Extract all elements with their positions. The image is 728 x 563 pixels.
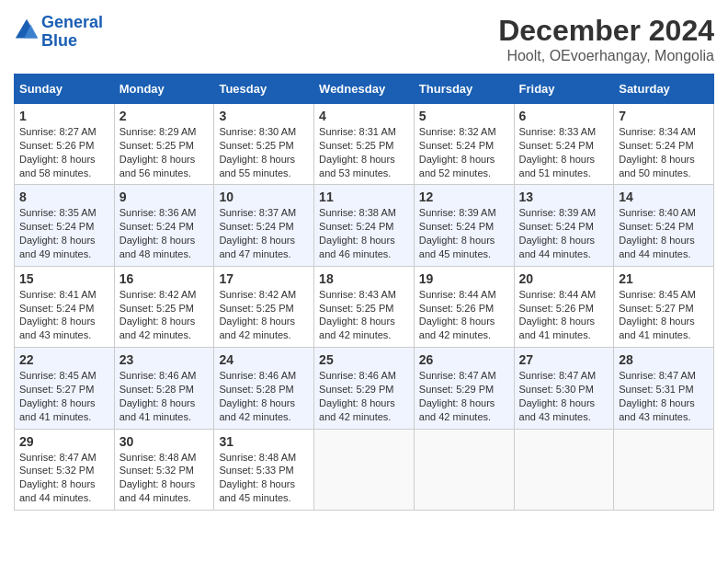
day-number: 22 [19, 352, 109, 367]
calendar-week-row: 8 Sunrise: 8:35 AM Sunset: 5:24 PM Dayli… [15, 185, 714, 266]
day-number: 23 [119, 352, 210, 367]
day-info: Sunrise: 8:47 AM Sunset: 5:29 PM Dayligh… [419, 369, 509, 423]
day-info: Sunrise: 8:31 AM Sunset: 5:25 PM Dayligh… [319, 125, 409, 179]
table-row: 11 Sunrise: 8:38 AM Sunset: 5:24 PM Dayl… [314, 185, 415, 266]
day-number: 17 [219, 271, 309, 286]
day-info: Sunrise: 8:46 AM Sunset: 5:28 PM Dayligh… [219, 369, 309, 423]
day-info: Sunrise: 8:45 AM Sunset: 5:27 PM Dayligh… [619, 288, 709, 342]
table-row: 3 Sunrise: 8:30 AM Sunset: 5:25 PM Dayli… [214, 104, 314, 185]
table-row: 30 Sunrise: 8:48 AM Sunset: 5:32 PM Dayl… [114, 429, 214, 510]
calendar-table: Sunday Monday Tuesday Wednesday Thursday… [14, 74, 714, 511]
calendar-week-row: 15 Sunrise: 8:41 AM Sunset: 5:24 PM Dayl… [15, 266, 714, 347]
day-number: 2 [119, 109, 210, 123]
title-block: December 2024 Hoolt, OEvoerhangay, Mongo… [498, 14, 714, 64]
table-row: 19 Sunrise: 8:44 AM Sunset: 5:26 PM Dayl… [414, 266, 514, 347]
table-row: 18 Sunrise: 8:43 AM Sunset: 5:25 PM Dayl… [314, 266, 415, 347]
day-number: 5 [419, 109, 509, 123]
table-row [314, 429, 415, 510]
day-info: Sunrise: 8:44 AM Sunset: 5:26 PM Dayligh… [519, 288, 609, 342]
day-info: Sunrise: 8:37 AM Sunset: 5:24 PM Dayligh… [219, 206, 309, 260]
table-row: 9 Sunrise: 8:36 AM Sunset: 5:24 PM Dayli… [114, 185, 214, 266]
table-row: 2 Sunrise: 8:29 AM Sunset: 5:25 PM Dayli… [114, 104, 214, 185]
col-friday: Friday [514, 75, 614, 104]
day-info: Sunrise: 8:38 AM Sunset: 5:24 PM Dayligh… [319, 206, 409, 260]
col-wednesday: Wednesday [314, 75, 415, 104]
table-row: 17 Sunrise: 8:42 AM Sunset: 5:25 PM Dayl… [214, 266, 314, 347]
day-number: 11 [319, 190, 409, 204]
calendar-week-row: 1 Sunrise: 8:27 AM Sunset: 5:26 PM Dayli… [15, 104, 714, 185]
day-number: 6 [519, 109, 609, 123]
day-number: 18 [319, 271, 409, 286]
table-row [514, 429, 614, 510]
day-info: Sunrise: 8:39 AM Sunset: 5:24 PM Dayligh… [519, 206, 609, 260]
table-row: 13 Sunrise: 8:39 AM Sunset: 5:24 PM Dayl… [514, 185, 614, 266]
table-row: 16 Sunrise: 8:42 AM Sunset: 5:25 PM Dayl… [114, 266, 214, 347]
table-row: 8 Sunrise: 8:35 AM Sunset: 5:24 PM Dayli… [15, 185, 115, 266]
day-number: 21 [619, 271, 709, 286]
logo-icon [14, 17, 40, 43]
day-number: 20 [519, 271, 609, 286]
day-info: Sunrise: 8:40 AM Sunset: 5:24 PM Dayligh… [619, 206, 709, 260]
day-info: Sunrise: 8:48 AM Sunset: 5:32 PM Dayligh… [119, 451, 210, 505]
table-row: 23 Sunrise: 8:46 AM Sunset: 5:28 PM Dayl… [114, 348, 214, 429]
table-row: 7 Sunrise: 8:34 AM Sunset: 5:24 PM Dayli… [614, 104, 714, 185]
day-number: 31 [219, 434, 309, 449]
day-info: Sunrise: 8:32 AM Sunset: 5:24 PM Dayligh… [419, 125, 509, 179]
col-thursday: Thursday [414, 75, 514, 104]
day-info: Sunrise: 8:48 AM Sunset: 5:33 PM Dayligh… [219, 451, 309, 505]
table-row: 1 Sunrise: 8:27 AM Sunset: 5:26 PM Dayli… [15, 104, 115, 185]
col-saturday: Saturday [614, 75, 714, 104]
day-info: Sunrise: 8:39 AM Sunset: 5:24 PM Dayligh… [419, 206, 509, 260]
table-row: 15 Sunrise: 8:41 AM Sunset: 5:24 PM Dayl… [15, 266, 115, 347]
day-info: Sunrise: 8:47 AM Sunset: 5:31 PM Dayligh… [619, 369, 709, 423]
logo-text: General Blue [41, 14, 103, 51]
table-row: 27 Sunrise: 8:47 AM Sunset: 5:30 PM Dayl… [514, 348, 614, 429]
day-number: 27 [519, 352, 609, 367]
day-number: 24 [219, 352, 309, 367]
day-info: Sunrise: 8:41 AM Sunset: 5:24 PM Dayligh… [19, 288, 109, 342]
day-number: 1 [19, 109, 109, 123]
calendar-header-row: Sunday Monday Tuesday Wednesday Thursday… [15, 75, 714, 104]
table-row: 4 Sunrise: 8:31 AM Sunset: 5:25 PM Dayli… [314, 104, 415, 185]
logo: General Blue [14, 14, 103, 51]
day-number: 28 [619, 352, 709, 367]
col-monday: Monday [114, 75, 214, 104]
table-row: 6 Sunrise: 8:33 AM Sunset: 5:24 PM Dayli… [514, 104, 614, 185]
table-row: 28 Sunrise: 8:47 AM Sunset: 5:31 PM Dayl… [614, 348, 714, 429]
day-number: 30 [119, 434, 210, 449]
day-info: Sunrise: 8:36 AM Sunset: 5:24 PM Dayligh… [119, 206, 210, 260]
table-row: 29 Sunrise: 8:47 AM Sunset: 5:32 PM Dayl… [15, 429, 115, 510]
day-number: 7 [619, 109, 709, 123]
table-row: 21 Sunrise: 8:45 AM Sunset: 5:27 PM Dayl… [614, 266, 714, 347]
day-number: 9 [119, 190, 210, 204]
col-tuesday: Tuesday [214, 75, 314, 104]
day-info: Sunrise: 8:27 AM Sunset: 5:26 PM Dayligh… [19, 125, 109, 179]
calendar-week-row: 29 Sunrise: 8:47 AM Sunset: 5:32 PM Dayl… [15, 429, 714, 510]
day-info: Sunrise: 8:46 AM Sunset: 5:29 PM Dayligh… [319, 369, 409, 423]
table-row: 25 Sunrise: 8:46 AM Sunset: 5:29 PM Dayl… [314, 348, 415, 429]
day-info: Sunrise: 8:47 AM Sunset: 5:30 PM Dayligh… [519, 369, 609, 423]
day-info: Sunrise: 8:47 AM Sunset: 5:32 PM Dayligh… [19, 451, 109, 505]
day-number: 26 [419, 352, 509, 367]
table-row [414, 429, 514, 510]
col-sunday: Sunday [15, 75, 115, 104]
month-title: December 2024 [498, 14, 714, 48]
day-number: 19 [419, 271, 509, 286]
day-number: 8 [19, 190, 109, 204]
table-row: 31 Sunrise: 8:48 AM Sunset: 5:33 PM Dayl… [214, 429, 314, 510]
day-number: 4 [319, 109, 409, 123]
table-row: 22 Sunrise: 8:45 AM Sunset: 5:27 PM Dayl… [15, 348, 115, 429]
table-row: 14 Sunrise: 8:40 AM Sunset: 5:24 PM Dayl… [614, 185, 714, 266]
day-number: 13 [519, 190, 609, 204]
table-row: 10 Sunrise: 8:37 AM Sunset: 5:24 PM Dayl… [214, 185, 314, 266]
day-number: 29 [19, 434, 109, 449]
day-number: 14 [619, 190, 709, 204]
table-row: 12 Sunrise: 8:39 AM Sunset: 5:24 PM Dayl… [414, 185, 514, 266]
day-info: Sunrise: 8:43 AM Sunset: 5:25 PM Dayligh… [319, 288, 409, 342]
table-row: 20 Sunrise: 8:44 AM Sunset: 5:26 PM Dayl… [514, 266, 614, 347]
day-info: Sunrise: 8:44 AM Sunset: 5:26 PM Dayligh… [419, 288, 509, 342]
day-number: 25 [319, 352, 409, 367]
day-info: Sunrise: 8:29 AM Sunset: 5:25 PM Dayligh… [119, 125, 210, 179]
page-header: General Blue December 2024 Hoolt, OEvoer… [14, 14, 714, 64]
day-number: 16 [119, 271, 210, 286]
